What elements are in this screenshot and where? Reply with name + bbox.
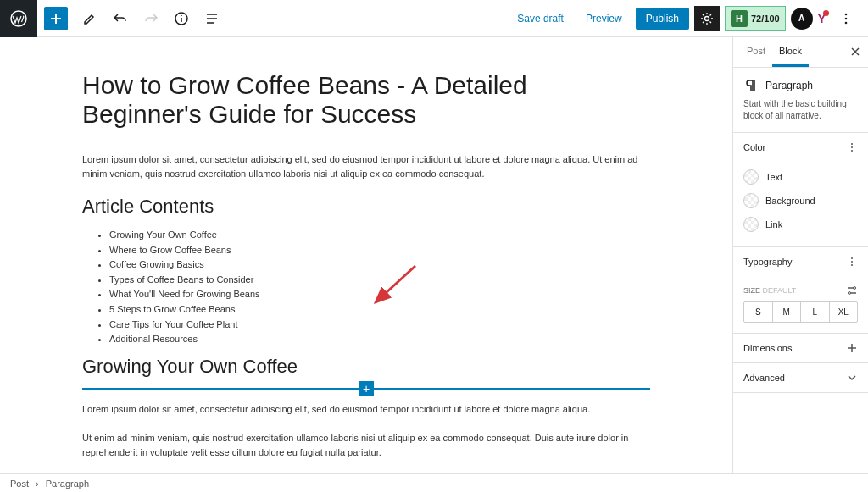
svg-point-11 <box>851 264 853 266</box>
block-description-text: Start with the basic building block of a… <box>743 98 858 122</box>
wordpress-logo[interactable] <box>0 0 37 37</box>
list-block[interactable]: Growing Your Own Coffee Where to Grow Co… <box>82 228 650 347</box>
list-item[interactable]: Growing Your Own Coffee <box>109 228 650 243</box>
swatch-icon <box>743 217 759 232</box>
svg-point-6 <box>851 143 853 145</box>
yoast-icon[interactable]: Y <box>818 12 826 25</box>
block-name: Paragraph <box>765 80 813 91</box>
undo-icon[interactable] <box>105 3 136 34</box>
post-title[interactable]: How to Grow Coffee Beans - A Detailed Be… <box>82 71 650 129</box>
breadcrumb: Post › Paragraph <box>0 473 868 492</box>
size-settings-icon[interactable] <box>846 285 858 296</box>
advanced-panel-header[interactable]: Advanced <box>733 363 868 392</box>
swatch-icon <box>743 193 759 208</box>
editor-canvas[interactable]: How to Grow Coffee Beans - A Detailed Be… <box>0 37 732 473</box>
list-item[interactable]: Care Tips for Your Coffee Plant <box>109 318 650 333</box>
color-panel: Color Text Background Link <box>733 133 868 247</box>
size-l[interactable]: L <box>801 302 830 322</box>
size-m[interactable]: M <box>773 302 802 322</box>
list-item[interactable]: 5 Steps to Grow Coffee Beans <box>109 302 650 318</box>
edit-mode-icon[interactable] <box>75 3 105 34</box>
sidebar-tabs: Post Block <box>733 37 868 68</box>
dimensions-panel-header[interactable]: Dimensions <box>733 334 868 362</box>
panel-options-icon[interactable] <box>846 141 858 153</box>
svg-point-5 <box>845 21 848 24</box>
list-item[interactable]: What You'll Need for Growing Beans <box>109 287 650 302</box>
svg-point-10 <box>851 261 853 263</box>
paragraph-icon <box>743 78 759 93</box>
paragraph-block[interactable]: Lorem ipsum dolor sit amet, consectetur … <box>82 152 650 180</box>
breadcrumb-separator: › <box>36 478 39 489</box>
preview-button[interactable]: Preview <box>577 8 631 30</box>
top-toolbar: Save draft Preview Publish H72/100 A Y <box>0 0 868 37</box>
settings-sidebar: Post Block Paragraph Start with the basi… <box>732 37 868 473</box>
svg-point-13 <box>849 292 851 295</box>
heading-block[interactable]: Growing Your Own Coffee <box>82 356 650 378</box>
typography-panel: Typography SIZE DEFAULT S M <box>733 247 868 334</box>
list-item[interactable]: Coffee Growing Basics <box>109 257 650 273</box>
plugin-icon-1[interactable]: A <box>791 8 813 30</box>
svg-point-12 <box>854 287 856 290</box>
list-item[interactable]: Types of Coffee Beans to Consider <box>109 273 650 288</box>
paragraph-block[interactable]: Lorem ipsum dolor sit amet, consectetur … <box>82 402 650 417</box>
add-block-button[interactable] <box>44 7 68 30</box>
chevron-down-icon <box>846 372 858 384</box>
color-background-row[interactable]: Background <box>743 189 858 213</box>
readability-score[interactable]: H72/100 <box>725 6 786 31</box>
block-description: Paragraph Start with the basic building … <box>733 68 868 133</box>
svg-point-9 <box>851 257 853 259</box>
size-label: SIZE DEFAULT <box>743 285 858 296</box>
svg-point-4 <box>845 17 848 19</box>
paragraph-block[interactable]: Ut enim ad minim veniam, quis nostrud ex… <box>82 431 650 459</box>
typography-panel-header[interactable]: Typography <box>733 247 868 276</box>
plus-icon[interactable] <box>846 342 858 354</box>
svg-point-8 <box>851 150 853 152</box>
outline-icon[interactable] <box>197 3 227 34</box>
advanced-panel: Advanced <box>733 363 868 393</box>
size-buttons: S M L XL <box>743 301 858 323</box>
block-inserter-button[interactable]: + <box>359 381 374 396</box>
breadcrumb-current[interactable]: Paragraph <box>46 478 89 489</box>
svg-point-3 <box>845 13 848 15</box>
close-sidebar-icon[interactable] <box>849 46 861 58</box>
color-text-row[interactable]: Text <box>743 165 858 189</box>
panel-options-icon[interactable] <box>846 256 858 268</box>
heading-block[interactable]: Article Contents <box>82 196 650 218</box>
publish-button[interactable]: Publish <box>636 8 689 30</box>
size-s[interactable]: S <box>744 302 773 322</box>
redo-icon[interactable] <box>136 3 166 34</box>
color-panel-header[interactable]: Color <box>733 133 868 162</box>
breadcrumb-root[interactable]: Post <box>10 478 29 489</box>
color-link-row[interactable]: Link <box>743 213 858 236</box>
tab-block[interactable]: Block <box>772 37 809 67</box>
size-xl[interactable]: XL <box>830 302 858 322</box>
info-icon[interactable] <box>166 3 197 34</box>
svg-point-2 <box>705 16 709 20</box>
list-item[interactable]: Where to Grow Coffee Beans <box>109 243 650 258</box>
save-draft-button[interactable]: Save draft <box>509 8 572 30</box>
more-options-icon[interactable] <box>831 3 861 34</box>
block-inserter-line: + <box>82 388 650 390</box>
tab-post[interactable]: Post <box>740 37 772 67</box>
settings-icon[interactable] <box>694 6 720 31</box>
svg-point-7 <box>851 146 853 148</box>
swatch-icon <box>743 169 759 185</box>
list-item[interactable]: Additional Resources <box>109 332 650 347</box>
dimensions-panel: Dimensions <box>733 334 868 363</box>
